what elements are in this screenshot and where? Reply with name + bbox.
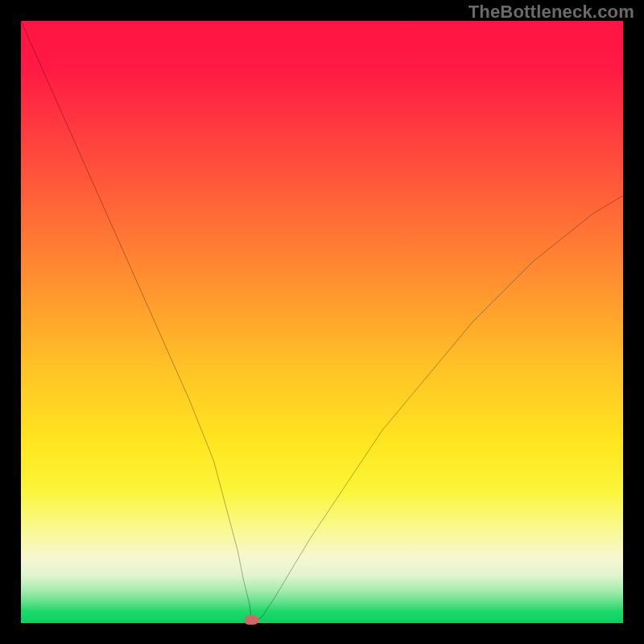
- attribution-label: TheBottleneck.com: [469, 2, 634, 23]
- plot-area: [21, 21, 623, 623]
- chart-frame: TheBottleneck.com: [0, 0, 644, 644]
- optimal-point-marker: [244, 615, 258, 625]
- bottleneck-curve: [21, 21, 623, 623]
